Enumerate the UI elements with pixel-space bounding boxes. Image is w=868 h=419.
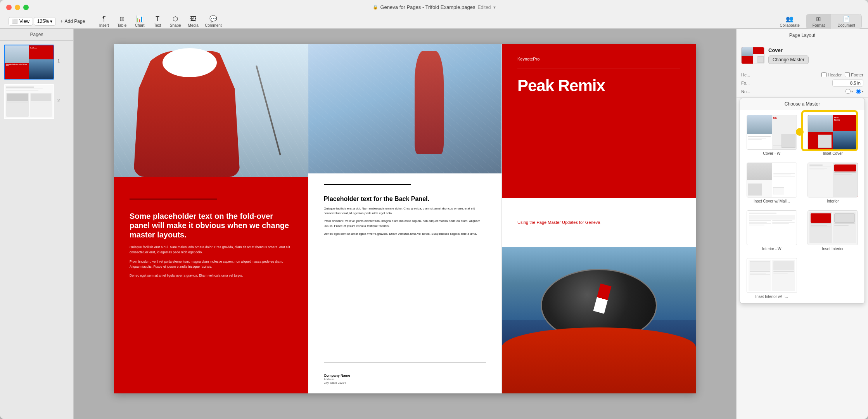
comment-button[interactable]: 💬 Comment <box>202 14 224 28</box>
chevron-down-icon: ▾ <box>50 19 52 24</box>
canvas-area[interactable]: Some placeholder text on the fold-over p… <box>74 29 736 419</box>
page-canvas: Some placeholder text on the fold-over p… <box>114 44 696 393</box>
panel2-body1: Quisque facilisis erat a dui. Nam malesu… <box>324 206 486 216</box>
page-thumb-2[interactable]: 2 <box>4 84 69 119</box>
master-preview-inset-cover: PeakRemix <box>807 115 858 150</box>
inspector-panel: Page Layout Cover C <box>736 29 868 419</box>
view-button[interactable]: ⬜ View <box>9 17 33 26</box>
current-master-section: Cover Change Master <box>737 42 868 69</box>
fold-input[interactable] <box>832 80 863 87</box>
panel1-body: Quisque facilisis erat a dui. Nam malesu… <box>130 245 292 255</box>
shape-label: Shape <box>170 23 181 28</box>
num-radio-1[interactable] <box>846 89 851 94</box>
collaborate-icon: 👥 <box>786 15 794 23</box>
pages-panel-header: Pages <box>0 29 73 41</box>
number-label: Nu... <box>741 89 750 94</box>
change-master-button[interactable]: Change Master <box>768 55 809 64</box>
panel-2: Placeholder text for the Back Panel. Qui… <box>308 44 502 393</box>
header-checkbox[interactable] <box>821 72 827 77</box>
format-label: Format <box>813 23 825 28</box>
zoom-button[interactable]: 125% ▾ <box>34 17 56 26</box>
master-item-interior-w[interactable]: Interior - W <box>743 209 801 253</box>
panel2-body3: Donec eget sem sit amet ligula viverra g… <box>324 232 486 236</box>
sidebar-icon: ⬜ <box>12 19 18 24</box>
master-preview-interior-w <box>747 210 797 245</box>
inspector-header: Page Layout <box>737 29 868 42</box>
master-item-cover-w[interactable]: Title Cover - W <box>743 113 801 157</box>
document-tab[interactable]: 📄 Document <box>831 14 861 29</box>
master-name: Cover <box>768 47 809 53</box>
format-icon: ⊞ <box>816 16 821 23</box>
page-1-number: 1 <box>57 59 60 63</box>
collaborate-group: 👥 Collaborate <box>775 14 804 28</box>
page-2-preview[interactable] <box>4 84 54 119</box>
header-footer-label: He... <box>741 73 750 77</box>
master-preview-cover-w: Title <box>747 115 797 150</box>
pages-list[interactable]: Some placeholder text on the fold-over p… <box>0 41 73 419</box>
number-row: Nu... • • <box>741 88 863 95</box>
page-thumb-1[interactable]: Some placeholder text on the fold-over p… <box>4 45 69 80</box>
master-label-cover-w: Cover - W <box>763 151 780 156</box>
brand-name: KeynotePro <box>517 57 539 61</box>
minimize-button[interactable] <box>15 5 20 10</box>
insert-label: Insert <box>99 23 109 28</box>
current-master-thumb <box>741 47 764 64</box>
page-2-number: 2 <box>57 98 60 103</box>
close-button[interactable] <box>6 5 12 10</box>
master-label-inset-interior: Inset Interior <box>822 247 844 251</box>
thumb1-left: Some placeholder text on the fold-over p… <box>5 45 29 79</box>
traffic-lights <box>6 5 29 10</box>
panel-3: KeynotePro Peak Remix Using the Page Mas… <box>502 44 696 393</box>
insert-group: ¶ Insert ⊞ Table 📊 Chart T Text ⬡ Sha <box>93 14 226 28</box>
add-page-button[interactable]: + Add Page <box>57 17 89 25</box>
text-label: Text <box>154 23 161 28</box>
page-1-preview[interactable]: Some placeholder text on the fold-over p… <box>4 45 54 80</box>
pages-panel: Pages Some placeholder text on the fold-… <box>0 29 74 419</box>
format-tab[interactable]: ⊞ Format <box>806 14 831 29</box>
panel2-body2: Proin tincidunt, velit vel porta element… <box>324 219 486 229</box>
media-label: Media <box>188 23 199 28</box>
view-zoom-group: ⬜ View 125% ▾ + Add Page <box>6 17 91 26</box>
choose-master-panel: Choose a Master <box>740 98 865 304</box>
choose-master-header: Choose a Master <box>740 98 865 110</box>
master-item-interior[interactable]: Interior <box>804 161 862 205</box>
panel1-heading: Some placeholder text on the fold-over p… <box>130 211 292 239</box>
collaborate-label: Collaborate <box>780 23 800 28</box>
app-window: 🔒 Geneva for Pages - Trifold Example.pag… <box>0 0 868 419</box>
panel3-subtitle: Using the Page Master Updates for Geneva <box>517 220 600 225</box>
master-item-inset-interior[interactable]: Inset Interior <box>804 209 862 253</box>
chart-icon: 📊 <box>136 15 144 23</box>
collaborate-button[interactable]: 👥 Collaborate <box>778 14 802 28</box>
main-content: Pages Some placeholder text on the fold-… <box>0 29 868 419</box>
master-label-inset-cover: Inset Cover <box>823 151 843 156</box>
chart-label: Chart <box>135 23 144 28</box>
footer-checkbox[interactable] <box>845 72 850 77</box>
master-item-inset-cover[interactable]: PeakRemix Inset Cover <box>804 113 862 157</box>
num-radio-2[interactable] <box>856 89 861 94</box>
comment-label: Comment <box>205 23 221 28</box>
media-button[interactable]: 🖼 Media <box>185 15 202 28</box>
insert-button[interactable]: ¶ Insert <box>95 15 112 28</box>
shape-button[interactable]: ⬡ Shape <box>167 14 184 28</box>
master-item-inset-cover-mail[interactable]: Inset Cover w/ Mail... <box>743 161 801 205</box>
text-button[interactable]: T Text <box>149 15 166 28</box>
master-preview-inset-interior <box>807 210 858 245</box>
chevron-down-icon: ▾ <box>493 5 496 10</box>
panel1-body3: Donec eget sem sit amet ligula viverra g… <box>130 273 292 278</box>
master-item-inset-interior-w[interactable]: Inset Interior w/ T... <box>743 256 801 300</box>
toolbar: ⬜ View 125% ▾ + Add Page ¶ Insert <box>0 14 868 28</box>
fullscreen-button[interactable] <box>23 5 29 10</box>
text-icon: T <box>156 16 159 23</box>
insert-icon: ¶ <box>102 16 106 23</box>
panel2-heading: Placeholder text for the Back Panel. <box>324 196 486 203</box>
document-icon: 📄 <box>843 16 850 23</box>
shape-icon: ⬡ <box>173 15 178 23</box>
master-label-inset-interior-w: Inset Interior w/ T... <box>756 294 788 299</box>
master-preview-inset-cover-mail <box>747 163 797 197</box>
add-page-label: Add Page <box>65 19 85 24</box>
panel-1: Some placeholder text on the fold-over p… <box>114 44 308 393</box>
master-label-inset-cover-mail: Inset Cover w/ Mail... <box>754 199 790 203</box>
chart-button[interactable]: 📊 Chart <box>131 14 148 28</box>
fold-row: Fo... <box>741 78 863 88</box>
table-button[interactable]: ⊞ Table <box>113 14 130 28</box>
